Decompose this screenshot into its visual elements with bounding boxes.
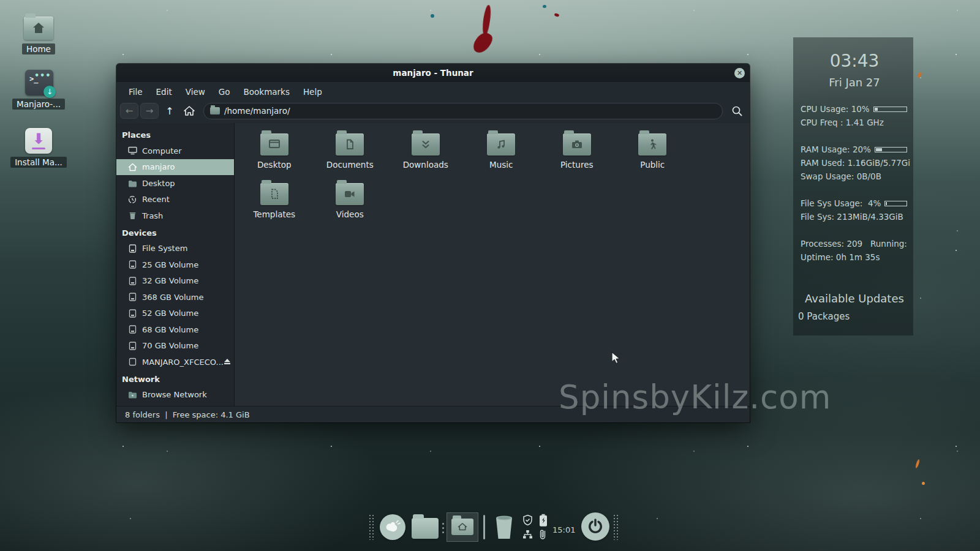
optical-disc-icon (127, 357, 137, 367)
titlebar[interactable]: manjaro - Thunar ✕ (116, 64, 750, 82)
desktop-emblem-icon (268, 139, 281, 150)
sidebar-item-recent[interactable]: Recent (116, 192, 234, 208)
sidebar-item-label: Recent (142, 195, 170, 204)
back-arrow-icon: ← (126, 105, 134, 116)
security-shield-icon[interactable] (522, 514, 533, 527)
trash-launcher[interactable] (491, 513, 517, 542)
back-button[interactable]: ← (120, 103, 138, 119)
drive-icon (127, 260, 137, 269)
desktop-icon-manjaro-terminal[interactable]: ● ● ● >_ ↓ Manjaro-... (5, 69, 72, 110)
drive-icon (127, 309, 137, 318)
panel-drag-handle[interactable] (613, 514, 619, 540)
close-button[interactable]: ✕ (734, 68, 745, 78)
house-emblem-icon (24, 17, 53, 40)
document-emblem-icon (344, 138, 356, 151)
template-emblem-icon (268, 188, 281, 200)
drive-icon (127, 292, 137, 302)
menu-file[interactable]: File (122, 84, 149, 100)
conky-fs-usage: File Sys Usage: 4% (801, 197, 881, 210)
sidebar-item-volume-68gb[interactable]: 68 GB Volume (116, 321, 234, 338)
forward-button[interactable]: → (140, 103, 159, 119)
menu-view[interactable]: View (179, 84, 212, 100)
folder-downloads[interactable]: Downloads (388, 129, 464, 178)
home-icon (183, 105, 195, 116)
network-icon[interactable] (522, 528, 533, 541)
network-folder-icon (127, 390, 137, 400)
power-button[interactable] (581, 512, 609, 541)
sidebar-item-computer[interactable]: Computer (116, 143, 234, 159)
whisker-menu-button[interactable] (380, 514, 405, 540)
fs-usage-bar (884, 201, 907, 206)
menu-edit[interactable]: Edit (149, 84, 179, 100)
sidebar-item-desktop[interactable]: Desktop (116, 175, 234, 192)
sidebar-item-label: 52 GB Volume (142, 309, 198, 318)
battery-icon[interactable] (537, 514, 549, 527)
cpu-usage-bar (873, 107, 907, 112)
sidebar-item-volume-70gb[interactable]: 70 GB Volume (116, 338, 234, 354)
sidebar-item-volume-25gb[interactable]: 25 GB Volume (116, 257, 234, 273)
drive-icon (127, 276, 137, 286)
sidebar-item-volume-52gb[interactable]: 52 GB Volume (116, 305, 234, 322)
sidebar-item-label: File System (142, 244, 187, 253)
terminal-prompt-icon: >_ (29, 75, 38, 83)
sidebar-item-volume-32gb[interactable]: 32 GB Volume (116, 273, 234, 290)
conky-ram-used: RAM Used: 1.16GiB/5.77Gi (801, 156, 908, 170)
drive-icon (127, 244, 137, 253)
menu-help[interactable]: Help (296, 84, 329, 100)
drive-icon (127, 341, 137, 351)
paint-splatter (543, 5, 546, 8)
installer-bar-icon (32, 148, 45, 149)
download-badge-icon: ↓ (43, 86, 56, 98)
folder-music[interactable]: Music (464, 129, 540, 178)
sidebar-item-trash[interactable]: Trash (116, 208, 234, 224)
file-manager-launcher[interactable] (412, 518, 439, 539)
bottom-panel: 15:01 (369, 508, 619, 542)
folder-desktop[interactable]: Desktop (236, 129, 312, 178)
folder-label: Music (489, 160, 513, 170)
folder-templates[interactable]: Templates (236, 178, 312, 228)
desktop-icon-install-manjaro[interactable]: ⬇ Install Ma... (5, 127, 72, 168)
search-button[interactable] (729, 103, 745, 119)
folder-pictures[interactable]: Pictures (539, 129, 615, 178)
taskbar-thunar-button[interactable] (447, 512, 478, 542)
sidebar-item-label: MANJARO_XFCECO... (142, 358, 224, 367)
eject-icon[interactable] (224, 358, 231, 367)
desktop-icon-label: Home (22, 43, 55, 54)
folder-public[interactable]: Public (615, 129, 691, 178)
conky-date: Fri Jan 27 (801, 76, 908, 89)
conky-swap: Swap Usage: 0B/0B (801, 170, 908, 183)
panel-clock[interactable]: 15:01 (552, 525, 575, 534)
panel-drag-handle[interactable] (369, 514, 375, 540)
file-view[interactable]: Desktop Documents Downloads Music Pictur… (235, 123, 750, 406)
install-arrow-icon: ⬇ (32, 133, 45, 145)
path-bar[interactable]: /home/manjaro/ (203, 103, 723, 119)
sidebar-item-label: Browse Network (142, 390, 207, 399)
clipboard-paperclip-icon[interactable] (537, 528, 549, 541)
sidebar-item-manjaro-iso[interactable]: MANJARO_XFCECO... (116, 354, 234, 370)
path-folder-icon (210, 107, 220, 114)
trash-icon (127, 211, 137, 220)
up-button[interactable]: ↑ (160, 103, 179, 119)
power-icon (587, 518, 604, 535)
sidebar-item-file-system[interactable]: File System (116, 241, 234, 257)
folder-label: Pictures (560, 160, 593, 170)
up-arrow-icon: ↑ (165, 105, 173, 117)
conky-uptime: Uptime: 0h 1m 35s (801, 250, 908, 264)
menu-go[interactable]: Go (212, 84, 237, 100)
conky-cpu-usage: CPU Usage: 10% (801, 102, 870, 116)
terminal-icon: ● ● ● >_ ↓ (25, 70, 53, 96)
folder-videos[interactable]: Videos (312, 178, 388, 228)
thunar-home-folder-icon (451, 519, 473, 535)
folder-label: Desktop (257, 160, 292, 170)
sidebar-item-browse-network[interactable]: Browse Network (116, 387, 234, 403)
folder-documents[interactable]: Documents (312, 129, 388, 178)
desktop-icon-home[interactable]: Home (5, 13, 72, 54)
sidebar-item-volume-368gb[interactable]: 368 GB Volume (116, 289, 234, 305)
home-folder-icon (24, 17, 53, 40)
sidebar-item-label: 70 GB Volume (142, 341, 198, 350)
sidebar-item-manjaro[interactable]: manjaro (116, 159, 234, 176)
menu-bookmarks[interactable]: Bookmarks (237, 84, 296, 100)
ember-spark (922, 482, 925, 485)
home-button[interactable] (180, 103, 198, 119)
ram-usage-bar (875, 147, 907, 152)
